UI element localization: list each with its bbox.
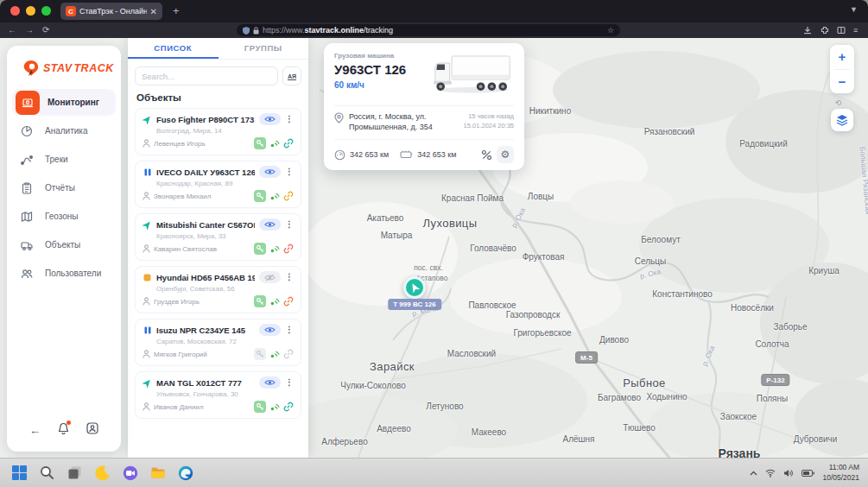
tab-list[interactable]: СПИСОК: [128, 38, 219, 59]
shield-icon[interactable]: [243, 27, 250, 35]
map-place-label: Дивово: [599, 335, 629, 345]
vehicle-card[interactable]: IVECO DAILY У963СТ 126 ⋮ Краснодар, Крас…: [135, 161, 301, 208]
vehicle-address: Краснодар, Красная, 89: [143, 178, 294, 190]
tab-title: СтавТрэк - Онлайн мониторин: [79, 7, 147, 16]
sidebar-item-geozones[interactable]: Геозоны: [12, 203, 116, 230]
map-place-label: Никиткино: [529, 106, 571, 116]
file-explorer-button[interactable]: [147, 462, 168, 484]
browser-tab-strip: С СтавТрэк - Онлайн мониторин ✕ + ▼: [0, 0, 868, 22]
map-place-label: Матыра: [381, 231, 413, 240]
tray-chevron-icon[interactable]: [750, 471, 757, 476]
sensors-icon[interactable]: [481, 149, 492, 161]
vehicle-card[interactable]: Hyundai HD65 Р456АВ 197 ⋮ Оренбург, Сове…: [135, 266, 301, 313]
downloads-icon[interactable]: [803, 26, 812, 35]
map-place-label: Чулки-Соколово: [340, 381, 405, 390]
start-button[interactable]: [9, 462, 30, 484]
taskbar-clock[interactable]: 11:00 AM 10/05/2021: [822, 463, 859, 482]
eye-off-icon: [264, 274, 276, 281]
volume-icon[interactable]: [783, 469, 794, 478]
location-pin-icon: [334, 112, 344, 123]
map-place-label: Баграмово: [598, 393, 641, 402]
collapse-back-button[interactable]: ←: [29, 424, 41, 437]
more-menu-button[interactable]: ⋮: [285, 168, 294, 176]
account-button[interactable]: [86, 422, 98, 438]
wifi-icon[interactable]: [765, 469, 776, 478]
moon-app-button[interactable]: [92, 462, 113, 484]
folder-icon: [150, 465, 166, 481]
navigation-arrow-icon: [408, 281, 421, 294]
sidebar-item-monitoring[interactable]: Мониторинг: [12, 89, 116, 116]
vehicle-card[interactable]: Fuso Fighter Р890СТ 173 ⋮ Волгоград, Мир…: [135, 108, 301, 155]
more-menu-button[interactable]: ⋮: [285, 220, 294, 229]
extensions-icon[interactable]: [820, 26, 829, 35]
search-input[interactable]: [135, 66, 278, 85]
vehicle-card[interactable]: Mitsubishi Canter С567ОР 790 ⋮ Красноярс…: [135, 213, 301, 261]
zoom-in-button[interactable]: +: [830, 45, 854, 69]
objects-heading: Объекты: [128, 89, 308, 108]
notifications-button[interactable]: [58, 422, 69, 438]
visibility-toggle[interactable]: [259, 166, 281, 178]
map-place-label: пос. свх.: [414, 263, 443, 272]
video-chat-icon: [123, 465, 138, 481]
vehicle-address: Ульяновск, Гончарова, 30: [143, 389, 294, 401]
sidebar-item-users[interactable]: Пользователи: [12, 260, 116, 287]
status-parked-icon: [143, 273, 152, 282]
url-bar[interactable]: https://www.stavtrack.online/tracking ☆: [237, 24, 620, 36]
vehicle-map-marker[interactable]: [403, 276, 426, 299]
objects-truck-icon: [16, 234, 37, 256]
more-menu-button[interactable]: ⋮: [285, 115, 294, 123]
geozones-icon: [16, 206, 37, 227]
sidebar-item-reports[interactable]: Отчёты: [12, 174, 116, 201]
users-icon: [16, 262, 37, 284]
more-menu-button[interactable]: ⋮: [285, 273, 294, 281]
tab-close-icon[interactable]: ✕: [150, 7, 157, 16]
measure-icon[interactable]: ⟲: [835, 98, 842, 107]
chat-app-button[interactable]: [119, 462, 141, 484]
visibility-toggle[interactable]: [259, 271, 281, 283]
battery-icon[interactable]: [801, 470, 814, 477]
browser-tab[interactable]: С СтавТрэк - Онлайн мониторин ✕: [60, 3, 162, 20]
zoom-out-button[interactable]: −: [830, 70, 854, 94]
forward-icon[interactable]: →: [25, 25, 34, 35]
visibility-toggle[interactable]: [259, 218, 281, 231]
vehicle-current-address: Россия, г. Москва, ул. Промышленная, д. …: [349, 112, 451, 132]
visibility-toggle[interactable]: [259, 324, 281, 336]
can-mileage-value: 342 653 км: [417, 150, 456, 159]
lock-icon[interactable]: [253, 27, 259, 35]
vehicle-settings-button[interactable]: ⚙: [497, 146, 514, 163]
vehicle-name: Hyundai HD65 Р456АВ 197: [156, 273, 255, 282]
sidebar-item-analytics[interactable]: Аналитика: [12, 117, 116, 144]
reload-icon[interactable]: ⟳: [42, 25, 49, 35]
road-badge: М-5: [575, 351, 598, 364]
more-menu-button[interactable]: ⋮: [285, 378, 294, 387]
window-maximize-button[interactable]: [41, 6, 51, 16]
vehicle-card[interactable]: MAN TGL Х012СТ 777 ⋮ Ульяновск, Гончаров…: [135, 371, 301, 419]
driver-icon: [143, 244, 150, 253]
new-tab-button[interactable]: +: [173, 4, 180, 18]
sort-az-button[interactable]: АЯ: [282, 66, 301, 85]
ignition-key-icon: [254, 190, 266, 202]
visibility-toggle[interactable]: [259, 376, 281, 389]
driver-name: Звонарев Михаил: [154, 193, 250, 200]
taskbar-search-button[interactable]: [36, 462, 58, 484]
library-icon[interactable]: [837, 26, 846, 35]
sidebar-item-tracks[interactable]: Треки: [12, 146, 116, 173]
tab-groups[interactable]: ГРУППЫ: [219, 38, 309, 59]
brand-stav: STAV: [43, 62, 72, 74]
visibility-toggle[interactable]: [259, 113, 281, 125]
task-view-button[interactable]: [64, 462, 86, 484]
map-layers-button[interactable]: [831, 109, 853, 131]
bookmark-star-icon[interactable]: ☆: [607, 26, 614, 35]
vehicle-card[interactable]: Isuzu NPR С234УЕ 145 ⋮ Саратов, Московск…: [135, 319, 301, 366]
driver-name: Мягков Григорий: [154, 351, 250, 358]
more-menu-button[interactable]: ⋮: [285, 326, 294, 334]
sidebar-item-objects[interactable]: Объекты: [12, 231, 116, 258]
map-place-label: Криуша: [808, 266, 839, 275]
window-minimize-button[interactable]: [26, 6, 35, 16]
window-close-button[interactable]: [10, 6, 20, 16]
menu-icon[interactable]: ≡: [853, 25, 858, 35]
back-icon[interactable]: ←: [8, 25, 16, 35]
edge-browser-button[interactable]: [174, 462, 196, 484]
tab-list-chevron-icon[interactable]: ▼: [850, 5, 858, 14]
driver-name: Левенцев Игорь: [154, 140, 250, 148]
